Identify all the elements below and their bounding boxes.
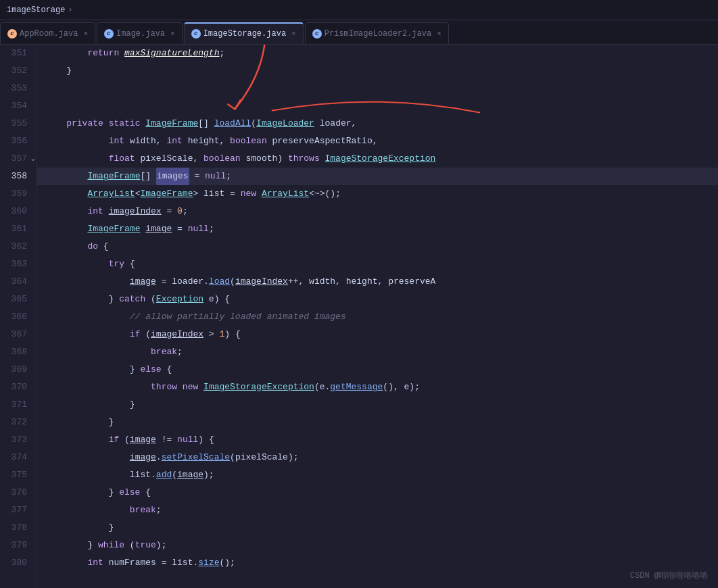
space: [119, 45, 124, 62]
code-line-369: } else {: [37, 361, 718, 378]
code-line-370: throw new ImageStorageException(e.getMes…: [37, 378, 718, 396]
ln-377: 377: [0, 501, 37, 519]
tab-close-imagestorage[interactable]: ×: [291, 30, 296, 38]
code-line-362: do {: [37, 238, 718, 255]
selected-images: images: [156, 168, 189, 185]
ln-361: 361: [0, 220, 37, 238]
ln-360: 360: [0, 203, 37, 220]
tab-close-prism[interactable]: ×: [437, 30, 441, 38]
ln-367: 367: [0, 326, 37, 343]
ln-378: 378: [0, 519, 37, 537]
code-line-355: private static ImageFrame[] loadAll(Imag…: [37, 115, 718, 132]
code-line-371: }: [37, 396, 718, 414]
code-line-359: ArrayList<ImageFrame> list = new ArrayLi…: [37, 185, 718, 203]
ln-362: 362: [0, 238, 37, 255]
ln-352: 352: [0, 62, 37, 80]
code-line-360: int imageIndex = 0;: [37, 203, 718, 220]
tab-icon-prism: c: [312, 29, 322, 39]
code-line-379: } while (true);: [37, 537, 718, 554]
code-line-378: }: [37, 519, 718, 537]
tab-icon-approom: c: [7, 29, 17, 39]
ln-369: 369: [0, 361, 37, 378]
ln-366: 366: [0, 308, 37, 326]
tab-close-approom[interactable]: ×: [83, 30, 88, 38]
tab-close-image[interactable]: ×: [170, 30, 175, 38]
tab-image[interactable]: c Image.java ×: [97, 22, 183, 44]
tab-approom[interactable]: c AppRoom.java ×: [0, 22, 95, 44]
code-line-380: int numFrames = list.size();: [37, 554, 718, 572]
ln-372: 372: [0, 414, 37, 431]
code-area[interactable]: return maxSignatureLength; } private sta…: [37, 45, 718, 588]
code-line-363: try {: [37, 255, 718, 273]
code-line-368: break;: [37, 343, 718, 361]
code-line-361: ImageFrame image = null;: [37, 220, 718, 238]
code-line-377: break;: [37, 501, 718, 519]
code-line-374: image.setPixelScale(pixelScale);: [37, 449, 718, 466]
ln-355: 355: [0, 115, 37, 132]
tab-label-image: Image.java: [116, 29, 165, 39]
ln-365: 365: [0, 291, 37, 308]
breadcrumb: imageStorage: [7, 5, 65, 15]
ln-356: 356: [0, 132, 37, 150]
tab-label-imagestorage: ImageStorage.java: [204, 29, 286, 39]
ln-373: 373: [0, 431, 37, 449]
code-line-351: return maxSignatureLength;: [37, 45, 718, 62]
ln-376: 376: [0, 484, 37, 501]
code-lines: return maxSignatureLength; } private sta…: [37, 45, 718, 572]
kw-return: return: [87, 45, 119, 62]
ln-363: 363: [0, 255, 37, 273]
tab-icon-image: c: [104, 29, 114, 39]
ln-374: 374: [0, 449, 37, 466]
ln-357: 357⌄: [0, 150, 37, 168]
code-line-376: } else {: [37, 484, 718, 501]
code-line-352: }: [37, 62, 718, 80]
code-line-367: if (imageIndex > 1) {: [37, 326, 718, 343]
indent: [45, 62, 66, 80]
code-line-373: if (image != null) {: [37, 431, 718, 449]
tab-icon-imagestorage: c: [191, 29, 201, 39]
breadcrumb-separator: ›: [68, 5, 72, 15]
ln-364: 364: [0, 273, 37, 291]
ln-358: 358: [0, 168, 37, 185]
code-line-372: }: [37, 414, 718, 431]
tab-prism[interactable]: c PrismImageLoader2.java ×: [305, 22, 449, 44]
ln-375: 375: [0, 466, 37, 484]
code-line-364: image = loader.load(imageIndex++, width,…: [37, 273, 718, 291]
watermark: CSDN @啦啦啦咯咯咯: [630, 570, 708, 581]
code-line-375: list.add(image);: [37, 466, 718, 484]
fold-icon-357[interactable]: ⌄: [31, 150, 35, 168]
ln-351: 351: [0, 45, 37, 62]
tab-imagestorage[interactable]: c ImageStorage.java ×: [184, 22, 304, 44]
ln-354: 354: [0, 97, 37, 115]
code-line-365: } catch (Exception e) {: [37, 291, 718, 308]
code-line-357: float pixelScale, boolean smooth) throws…: [37, 150, 718, 168]
tab-label-approom: AppRoom.java: [20, 29, 78, 39]
ln-359: 359: [0, 185, 37, 203]
ln-371: 371: [0, 396, 37, 414]
ln-368: 368: [0, 343, 37, 361]
tab-label-prism: PrismImageLoader2.java: [325, 29, 431, 39]
ln-380: 380: [0, 554, 37, 572]
code-line-353: [37, 80, 718, 97]
code-line-354: [37, 97, 718, 115]
var-maxsig: maxSignatureLength: [124, 45, 219, 62]
ln-379: 379: [0, 537, 37, 554]
editor: 351 352 353 354 355 356 357⌄ 358 359 360…: [0, 45, 718, 588]
code-line-366: // allow partially loaded animated image…: [37, 308, 718, 326]
code-line-356: int width, int height, boolean preserveA…: [37, 132, 718, 150]
code-line-358: ImageFrame[] images = null;: [37, 168, 718, 185]
ln-353: 353: [0, 80, 37, 97]
indent: [45, 45, 87, 62]
ln-370: 370: [0, 378, 37, 396]
line-number-gutter: 351 352 353 354 355 356 357⌄ 358 359 360…: [0, 45, 37, 588]
title-bar: imageStorage ›: [0, 0, 718, 20]
tab-bar: c AppRoom.java × c Image.java × c ImageS…: [0, 20, 718, 45]
